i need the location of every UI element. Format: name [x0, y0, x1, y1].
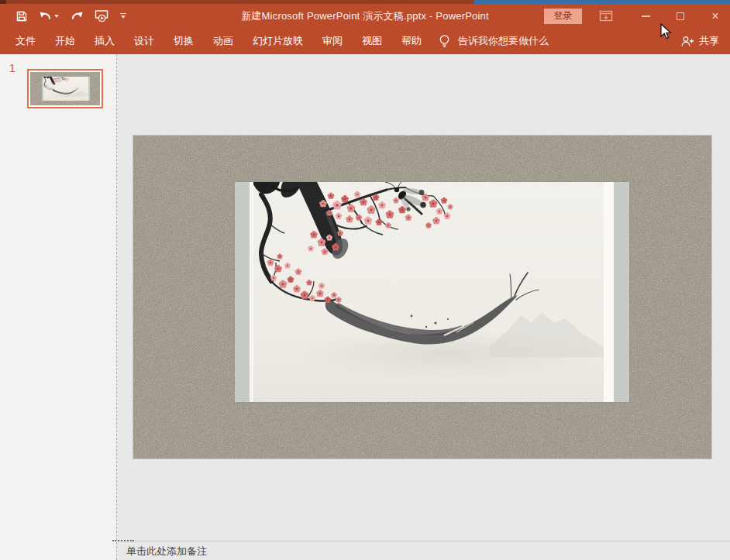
ribbon-tabs: 文件 开始 插入 设计 切换 动画 幻灯片放映 审阅 视图 帮助	[0, 34, 422, 48]
slide-thumbnail[interactable]	[27, 69, 103, 108]
redo-icon	[70, 11, 84, 22]
notes-placeholder: 单击此处添加备注	[126, 545, 207, 557]
notes-area[interactable]: 单击此处添加备注	[117, 541, 730, 560]
image-right-strip	[604, 182, 614, 402]
start-slideshow-icon	[95, 9, 109, 22]
tab-review[interactable]: 审阅	[322, 34, 343, 48]
titlebar-right-controls: 登录 ×	[544, 4, 730, 28]
start-slideshow-button[interactable]	[95, 9, 109, 22]
slide-editor: 单击此处添加备注	[117, 54, 730, 560]
share-button[interactable]: 共享	[681, 34, 730, 48]
ribbon-display-options-icon	[599, 10, 613, 22]
share-label: 共享	[699, 34, 719, 48]
slide-image[interactable]	[235, 182, 629, 402]
ribbon-tab-bar: 文件 开始 插入 设计 切换 动画 幻灯片放映 审阅 视图 帮助 告诉我你想要做…	[0, 28, 730, 54]
tab-file[interactable]: 文件	[15, 34, 36, 48]
tab-help[interactable]: 帮助	[401, 34, 422, 48]
ink-painting-thumbnail	[43, 77, 88, 101]
close-button[interactable]: ×	[704, 4, 727, 28]
slide-thumbnail-image	[42, 77, 90, 101]
tell-me-box[interactable]: 告诉我你想要做什么	[439, 34, 549, 49]
undo-icon	[39, 11, 53, 22]
close-icon: ×	[711, 10, 718, 22]
customize-qat-caret-icon	[121, 15, 126, 19]
tab-slideshow[interactable]: 幻灯片放映	[253, 34, 303, 48]
minimize-button[interactable]	[634, 4, 657, 28]
ink-painting-svg	[253, 182, 604, 402]
undo-button[interactable]	[39, 11, 59, 22]
customize-qat-button[interactable]	[120, 13, 126, 19]
minimize-icon	[642, 15, 650, 17]
tell-me-label: 告诉我你想要做什么	[458, 34, 549, 48]
tab-insert[interactable]: 插入	[95, 34, 115, 48]
slide-canvas[interactable]	[117, 54, 730, 541]
customize-qat-icon	[120, 13, 126, 15]
ink-painting	[253, 182, 604, 402]
maximize-button[interactable]	[669, 4, 692, 28]
slide-number: 1	[9, 62, 15, 74]
main-workspace: 1	[0, 54, 730, 560]
ribbon-display-options-button[interactable]	[598, 9, 614, 23]
undo-dropdown-icon[interactable]	[54, 15, 59, 18]
tab-home[interactable]: 开始	[55, 34, 75, 48]
window-controls: ×	[634, 4, 730, 28]
redo-button[interactable]	[70, 11, 84, 22]
notes-splitter-handle[interactable]	[112, 540, 134, 541]
tab-view[interactable]: 视图	[362, 34, 382, 48]
tab-animations[interactable]: 动画	[213, 34, 233, 48]
image-right-band	[614, 182, 629, 402]
sign-in-button[interactable]: 登录	[544, 9, 582, 24]
slide[interactable]	[133, 135, 712, 459]
save-icon	[15, 10, 28, 22]
lightbulb-icon	[439, 34, 450, 49]
slide-thumbnail-content	[30, 72, 100, 105]
tab-transitions[interactable]: 切换	[174, 34, 194, 48]
tab-design[interactable]: 设计	[134, 34, 154, 48]
slide-thumbnails-panel[interactable]: 1	[0, 54, 117, 560]
maximize-icon	[677, 12, 684, 20]
share-person-icon	[681, 36, 694, 47]
image-left-band	[235, 182, 250, 402]
quick-access-toolbar	[0, 9, 126, 22]
save-button[interactable]	[15, 10, 28, 22]
titlebar: 新建Microsoft PowerPoint 演示文稿.pptx - Power…	[0, 4, 730, 28]
